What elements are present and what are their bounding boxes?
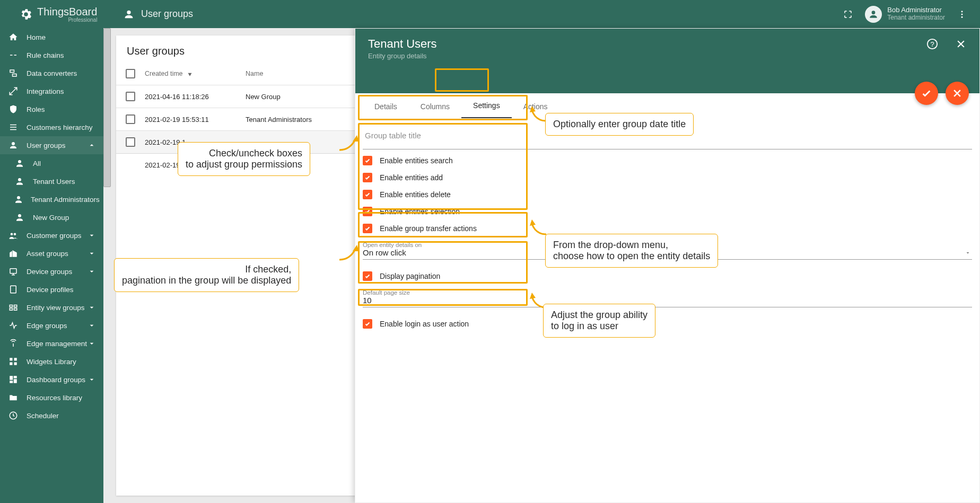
sort-desc-icon <box>186 70 194 77</box>
sidebar-item-label: Scheduler <box>27 412 59 420</box>
sidebar-item-scheduler[interactable]: Scheduler <box>0 407 103 425</box>
sidebar-item-home[interactable]: Home <box>0 28 103 46</box>
svg-point-4 <box>18 178 21 181</box>
accept-fab[interactable] <box>915 82 938 105</box>
row-checkbox[interactable] <box>126 137 135 147</box>
folder-icon <box>7 393 19 402</box>
sidebar-item-label: Integrations <box>27 87 64 95</box>
sidebar-item-rule-chains[interactable]: Rule chains <box>0 46 103 64</box>
panel-sub: Entity group details <box>355 52 979 60</box>
sidebar-item-entity-view-groups[interactable]: Entity view groups <box>0 298 103 316</box>
checkbox[interactable] <box>363 190 372 199</box>
sidebar-item-label: Home <box>27 33 46 41</box>
checkbox[interactable] <box>363 156 372 165</box>
checkbox[interactable] <box>363 319 372 329</box>
svg-rect-10 <box>11 286 16 293</box>
svg-point-5 <box>17 196 20 199</box>
person-icon <box>14 213 25 222</box>
page-size-value: 10 <box>363 296 972 305</box>
more-icon[interactable] <box>953 6 970 23</box>
sidebar-item-widgets-library[interactable]: Widgets Library <box>0 352 103 370</box>
sidebar-item-customer-groups[interactable]: Customer groups <box>0 226 103 244</box>
check-label: Enable entities selection <box>380 207 460 216</box>
help-icon[interactable]: ? <box>922 34 942 54</box>
sidebar-item-label: Data converters <box>27 69 77 77</box>
chevron-down-icon <box>88 375 96 384</box>
chevron-down-icon <box>88 249 96 258</box>
sidebar-item-label: Widgets Library <box>27 358 76 366</box>
converter-icon <box>7 68 19 78</box>
sidebar-item-dashboard-groups[interactable]: Dashboard groups <box>0 370 103 389</box>
sidebar-item-data-converters[interactable]: Data converters <box>0 64 103 82</box>
checkbox[interactable] <box>363 224 372 233</box>
logo: ThingsBoard Professional <box>0 0 111 28</box>
edge-icon <box>7 321 19 330</box>
sidebar-item-device-groups[interactable]: Device groups <box>0 262 103 280</box>
page-size-label: Default page size <box>363 289 972 296</box>
row-checkbox[interactable] <box>126 114 135 124</box>
antenna-icon <box>7 339 19 348</box>
col-created[interactable]: Created time <box>145 70 183 77</box>
check-label: Enable group transfer actions <box>380 224 477 233</box>
avatar[interactable] <box>865 6 882 23</box>
sidebar-item-asset-groups[interactable]: Asset groups <box>0 244 103 262</box>
sidebar-item-user-groups[interactable]: User groups <box>0 136 103 154</box>
sidebar-scroll-thumb[interactable] <box>103 28 111 187</box>
svg-rect-15 <box>10 358 12 360</box>
select-all-checkbox[interactable] <box>126 69 135 78</box>
chevron-up-icon <box>88 141 96 149</box>
svg-rect-14 <box>14 308 17 311</box>
sidebar-item-device-profiles[interactable]: Device profiles <box>0 280 103 298</box>
svg-rect-12 <box>14 305 17 307</box>
sidebar-item-resources-library[interactable]: Resources library <box>0 389 103 407</box>
cancel-fab[interactable] <box>946 82 969 105</box>
person-icon <box>14 195 23 204</box>
checkbox[interactable] <box>363 271 372 281</box>
sidebar-item-edge-groups[interactable]: Edge groups <box>0 316 103 334</box>
home-icon <box>7 32 19 42</box>
brand-name: ThingsBoard <box>37 6 97 18</box>
sidebar-item-label: New Group <box>33 214 69 222</box>
svg-rect-13 <box>10 308 12 311</box>
entity-view-icon <box>7 303 19 312</box>
shield-icon <box>7 104 19 114</box>
sidebar-item-integrations[interactable]: Integrations <box>0 82 103 100</box>
anno-arrow <box>337 134 361 155</box>
sidebar-item-roles[interactable]: Roles <box>0 100 103 118</box>
panel-title: Tenant Users <box>355 29 979 52</box>
anno-arrow <box>337 244 361 265</box>
anno-login: Adjust the group ability to log in as us… <box>543 304 655 338</box>
sidebar-sub-tenant-users[interactable]: Tenant Users <box>0 172 103 190</box>
sidebar-item-customers-hierarchy[interactable]: Customers hierarchy <box>0 118 103 136</box>
fullscreen-icon[interactable] <box>839 6 856 23</box>
page-size-field[interactable]: Default page size 10 <box>363 289 972 307</box>
tab-details[interactable]: Details <box>363 95 409 118</box>
check-label: Enable login as user action <box>380 320 469 328</box>
sidebar-item-edge-management[interactable]: Edge management <box>0 334 103 352</box>
tab-settings[interactable]: Settings <box>461 94 512 118</box>
chevron-down-icon <box>88 303 96 312</box>
anno-title: Optionally enter group date title <box>545 113 694 136</box>
sidebar-item-label: Asset groups <box>27 250 68 258</box>
checkbox[interactable] <box>363 207 372 216</box>
svg-rect-9 <box>10 269 16 273</box>
svg-rect-22 <box>10 381 13 383</box>
svg-rect-11 <box>10 305 12 307</box>
page-title: User groups <box>141 8 193 20</box>
checkbox[interactable] <box>363 173 372 182</box>
sidebar: Home Rule chains Data converters Integra… <box>0 28 103 503</box>
anno-pagination: If checked, pagination in the group will… <box>114 258 299 292</box>
sidebar-item-label: Resources library <box>27 394 82 402</box>
widgets-icon <box>7 357 19 366</box>
tab-columns[interactable]: Columns <box>409 95 461 118</box>
close-icon[interactable] <box>951 34 971 54</box>
row-checkbox[interactable] <box>126 92 135 101</box>
gear-icon <box>19 7 33 21</box>
sidebar-item-label: Edge groups <box>27 322 67 330</box>
svg-rect-17 <box>10 363 12 365</box>
sidebar-sub-new-group[interactable]: New Group <box>0 208 103 226</box>
svg-point-0 <box>961 11 963 12</box>
sidebar-item-label: Device groups <box>27 268 72 276</box>
sidebar-sub-all[interactable]: All <box>0 154 103 172</box>
sidebar-sub-tenant-admins[interactable]: Tenant Administrators <box>0 190 103 208</box>
